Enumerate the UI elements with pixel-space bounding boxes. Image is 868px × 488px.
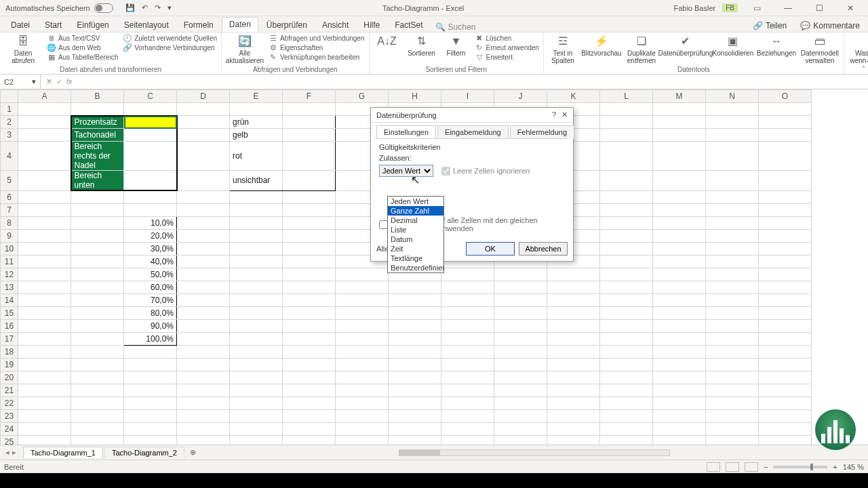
cell[interactable]: [653, 103, 706, 116]
cell[interactable]: [71, 281, 124, 293]
cell[interactable]: [283, 306, 336, 319]
col-header[interactable]: M: [653, 90, 706, 103]
cell[interactable]: [706, 422, 759, 435]
cell[interactable]: [706, 268, 759, 281]
cell[interactable]: [124, 190, 177, 203]
cell[interactable]: [124, 384, 177, 396]
cell[interactable]: [336, 268, 389, 281]
qat-dropdown-icon[interactable]: ▾: [167, 3, 172, 12]
cell[interactable]: [177, 358, 230, 371]
cell[interactable]: [177, 332, 230, 345]
cell[interactable]: rot: [230, 142, 283, 171]
sheet-next-icon[interactable]: ▸: [12, 448, 16, 457]
cell[interactable]: [441, 281, 494, 293]
cell[interactable]: [283, 371, 336, 384]
cell[interactable]: [759, 268, 812, 281]
autosave-toggle[interactable]: Automatisches Speichern: [0, 3, 119, 13]
col-header[interactable]: F: [283, 90, 336, 103]
cell[interactable]: 100,0%: [124, 332, 177, 345]
row-header[interactable]: 16: [1, 319, 18, 332]
queries-connections[interactable]: ☰Abfragen und Verbindungen: [269, 34, 365, 42]
cell[interactable]: 50,0%: [124, 268, 177, 281]
share-button[interactable]: 🔗Teilen: [749, 20, 791, 32]
cell[interactable]: [71, 242, 124, 255]
refresh-all-button[interactable]: 🔄Alle aktualisieren: [226, 34, 264, 64]
cell[interactable]: [653, 129, 706, 142]
cell[interactable]: [71, 190, 124, 203]
cell[interactable]: [653, 216, 706, 229]
cell[interactable]: [600, 345, 653, 358]
cell[interactable]: [230, 255, 283, 268]
cell[interactable]: [759, 116, 812, 129]
cell[interactable]: [600, 384, 653, 396]
from-table[interactable]: ▦Aus Tabelle/Bereich: [47, 53, 118, 61]
cell[interactable]: [283, 332, 336, 345]
cell[interactable]: [18, 142, 71, 171]
row-header[interactable]: 5: [1, 171, 18, 191]
row-header[interactable]: 11: [1, 255, 18, 268]
row-header[interactable]: 4: [1, 142, 18, 171]
cell[interactable]: [230, 103, 283, 116]
tab-seitenlayout[interactable]: Seitenlayout: [117, 18, 176, 32]
cell[interactable]: [283, 319, 336, 332]
cell[interactable]: [177, 306, 230, 319]
cell[interactable]: Bereich unten: [71, 171, 124, 191]
cell[interactable]: [177, 203, 230, 216]
cell[interactable]: [177, 384, 230, 396]
cell[interactable]: [71, 255, 124, 268]
cell[interactable]: [759, 409, 812, 422]
cell[interactable]: [283, 190, 336, 203]
tab-formeln[interactable]: Formeln: [177, 18, 220, 32]
row-header[interactable]: 1: [1, 103, 18, 116]
row-header[interactable]: 15: [1, 306, 18, 319]
cell[interactable]: [653, 116, 706, 129]
cell[interactable]: 30,0%: [124, 242, 177, 255]
cell[interactable]: [71, 293, 124, 306]
remove-duplicates-button[interactable]: ❏Duplikate entfernen: [625, 34, 658, 64]
cell[interactable]: [71, 203, 124, 216]
cell[interactable]: [230, 409, 283, 422]
cell[interactable]: [177, 103, 230, 116]
cell[interactable]: [71, 345, 124, 358]
cell[interactable]: [706, 332, 759, 345]
cell[interactable]: [494, 319, 547, 332]
cell[interactable]: [230, 396, 283, 409]
cell[interactable]: [706, 371, 759, 384]
cell[interactable]: [653, 358, 706, 371]
cell[interactable]: [600, 371, 653, 384]
cell[interactable]: [653, 396, 706, 409]
cell[interactable]: [653, 268, 706, 281]
what-if-button[interactable]: ？Was-wäre-wenn-Analyse: [848, 34, 868, 64]
reapply-filter[interactable]: ↻Erneut anwenden: [475, 43, 539, 52]
row-header[interactable]: 19: [1, 358, 18, 371]
get-data-button[interactable]: 🗄Daten abrufen: [4, 34, 42, 64]
cell[interactable]: [71, 384, 124, 396]
from-text-csv[interactable]: 🗎Aus Text/CSV: [47, 34, 118, 42]
cell[interactable]: [600, 190, 653, 203]
cell[interactable]: [494, 396, 547, 409]
cell[interactable]: [441, 422, 494, 435]
chevron-down-icon[interactable]: ▾: [32, 77, 36, 86]
cell[interactable]: [441, 371, 494, 384]
sheet-tab-2[interactable]: Tacho-Diagramm_2: [104, 447, 184, 458]
cell[interactable]: [18, 319, 71, 332]
new-sheet-button[interactable]: ⊕: [184, 448, 201, 457]
cell[interactable]: [441, 268, 494, 281]
cell[interactable]: [759, 190, 812, 203]
cell[interactable]: [71, 409, 124, 422]
cell[interactable]: [706, 435, 759, 445]
consolidate-button[interactable]: ▣Konsolidieren: [713, 34, 753, 57]
col-header[interactable]: G: [336, 90, 389, 103]
cell[interactable]: 80,0%: [124, 306, 177, 319]
cell[interactable]: [759, 396, 812, 409]
cell[interactable]: [177, 409, 230, 422]
cell[interactable]: [759, 358, 812, 371]
text-to-columns-button[interactable]: ☲Text in Spalten: [548, 34, 578, 64]
allow-option[interactable]: Jeden Wert: [388, 197, 443, 206]
cell[interactable]: [389, 306, 441, 319]
cell[interactable]: [336, 384, 389, 396]
cell[interactable]: [706, 319, 759, 332]
cell[interactable]: [653, 171, 706, 191]
cell[interactable]: [177, 116, 230, 129]
cell[interactable]: [71, 319, 124, 332]
